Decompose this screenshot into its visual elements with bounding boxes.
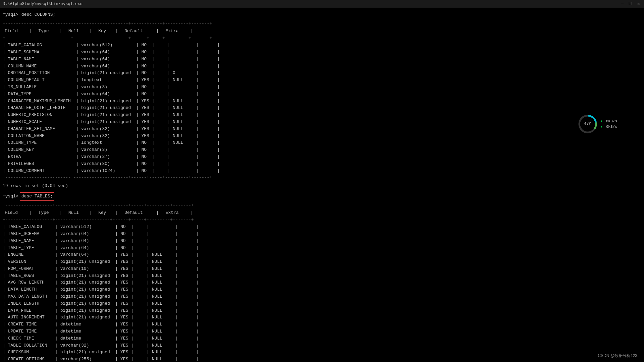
network-widget: 47% ▲ 0KB/s ▼ 0KB/s [578,114,617,134]
table-row: | CHECKSUM | bigint(21) unsigned | YES |… [3,349,641,356]
watermark-text: CSDN @数据分析123... [598,353,641,358]
table-header-1: Field | Type | Null | Key | Default | Ex… [3,27,197,35]
table-row: | DATA_TYPE | varchar(64) | NO | | | | [3,91,641,98]
table-row: | TABLE_TYPE | varchar(64) | NO | | | | [3,245,641,252]
header-key-2: Key [96,209,113,217]
table-row: | TABLE_COLLATION | varchar(32) | YES | … [3,342,641,349]
table-row: | TABLE_SCHEMA | varchar(64) | NO | | | … [3,49,641,56]
divider-bot-1: +-------------------------+-------------… [3,174,641,181]
table-row: | CHARACTER_MAXIMUM_LENGTH | bigint(21) … [3,98,641,105]
header-default-2: Default [122,209,154,217]
table-row: | MAX_DATA_LENGTH | bigint(21) unsigned … [3,293,641,300]
divider-top-1: +-------------------------+-------------… [3,20,641,27]
divider-mid-2: +------------------+--------------------… [3,217,641,224]
prompt-line-1: mysql> desc COLUMNS; [3,11,641,19]
table-row: | COLUMN_COMMENT | varchar(1024) | NO | … [3,168,641,175]
title-bar: D:\AlphoStudy\mysql\bin\mysql.exe — □ ✕ [0,0,644,8]
header-type-2: Type [36,209,57,217]
table-row: | IS_NULLABLE | varchar(3) | NO | | | | [3,84,641,91]
download-stat: ▼ 0KB/s [600,125,617,129]
network-gauge: 47% [578,114,598,134]
table1-body: | TABLE_CATALOG | varchar(512) | NO | | … [3,42,641,174]
header-null-2: Null [66,209,87,217]
table-header-2: Field | Type | Null | Key | Default | Ex… [3,209,197,217]
window-title: D:\AlphoStudy\mysql\bin\mysql.exe [3,2,83,6]
table-row: | DATA_LENGTH | bigint(21) unsigned | YE… [3,286,641,293]
upload-speed: 0KB/s [606,119,617,123]
table-row: | TABLE_CATALOG | varchar(512) | NO | | … [3,42,641,49]
header-key-1: Key [96,27,113,35]
table-row: | COLLATION_NAME | varchar(32) | YES | |… [3,133,641,140]
table-row: | CHARACTER_OCTET_LENGTH | bigint(21) un… [3,105,641,112]
table-row: | NUMERIC_SCALE | bigint(21) unsigned | … [3,119,641,126]
table-row: | CHARACTER_SET_NAME | varchar(32) | YES… [3,126,641,133]
table-row: | TABLE_SCHEMA | varchar(64) | NO | | | … [3,231,641,238]
table-row: | TABLE_CATALOG | varchar(512) | NO | | … [3,224,641,231]
table-row: | COLUMN_TYPE | longtext | NO | | NULL |… [3,139,641,146]
table-row: | ORDINAL_POSITION | bigint(21) unsigned… [3,70,641,77]
upload-icon: ▲ [600,119,603,123]
table-row: | CREATE_TIME | datetime | YES | | NULL … [3,321,641,328]
command-2: desc TABLES; [20,192,55,201]
header-field-2: Field [3,209,27,217]
download-icon: ▼ [600,125,603,129]
header-field-1: Field [3,27,27,35]
table-row: | COLUMN_NAME | varchar(64) | NO | | | | [3,63,641,70]
terminal: mysql> desc COLUMNS; +------------------… [0,8,644,362]
table-row: | DATA_FREE | bigint(21) unsigned | YES … [3,307,641,314]
command-1: desc COLUMNS; [20,11,57,19]
table-row: | NUMERIC_PRECISION | bigint(21) unsigne… [3,112,641,119]
download-speed: 0KB/s [606,125,617,129]
header-extra-2: Extra [164,209,188,217]
prompt-line-2: mysql> desc TABLES; [3,192,641,201]
network-stats: ▲ 0KB/s ▼ 0KB/s [600,119,617,129]
header-extra-1: Extra [164,27,188,35]
close-button[interactable]: ✕ [636,1,641,7]
table-row: | EXTRA | varchar(27) | NO | | | | [3,154,641,161]
table-row: | UPDATE_TIME | datetime | YES | | NULL … [3,328,641,335]
table2-body: | TABLE_CATALOG | varchar(512) | NO | | … [3,224,641,362]
table-row: | TABLE_NAME | varchar(64) | NO | | | | [3,238,641,245]
minimize-button[interactable]: — [620,1,625,7]
gauge-percent: 47% [584,122,591,126]
header-default-1: Default [122,27,154,35]
table-row: | AUTO_INCREMENT | bigint(21) unsigned |… [3,314,641,321]
prompt-label-2: mysql> [3,193,18,200]
upload-stat: ▲ 0KB/s [600,119,617,123]
header-type-1: Type [36,27,57,35]
table-row: | COLUMN_KEY | varchar(3) | NO | | | | [3,146,641,154]
table-row: | CHECK_TIME | datetime | YES | | NULL |… [3,335,641,342]
result-table-1: Field | Type | Null | Key | Default | Ex… [3,27,197,35]
table-row: | CREATE_OPTIONS | varchar(255) | YES | … [3,356,641,362]
table-row: | ENGINE | varchar(64) | YES | | NULL | … [3,251,641,258]
prompt-label-1: mysql> [3,11,18,18]
table-row: | TABLE_ROWS | bigint(21) unsigned | YES… [3,273,641,280]
title-bar-path: D:\AlphoStudy\mysql\bin\mysql.exe [3,2,83,6]
table-row: | PRIVILEGES | varchar(80) | NO | | | | [3,161,641,168]
table-row: | AVG_ROW_LENGTH | bigint(21) unsigned |… [3,279,641,286]
table-row: | COLUMN_DEFAULT | longtext | YES | | NU… [3,77,641,84]
table-row: | ROW_FORMAT | varchar(10) | YES | | NUL… [3,265,641,273]
table-row: | TABLE_NAME | varchar(64) | NO | | | | [3,56,641,63]
table-row: | VERSION | bigint(21) unsigned | YES | … [3,258,641,265]
table-wrapper-2: +------------------+--------------------… [3,202,641,362]
divider-mid-1: +-------------------------+-------------… [3,35,641,42]
divider-top-2: +------------------+--------------------… [3,202,641,209]
window-controls[interactable]: — □ ✕ [620,1,641,7]
header-null-1: Null [66,27,87,35]
watermark: CSDN @数据分析123... [598,353,641,359]
maximize-button[interactable]: □ [628,1,633,7]
table-wrapper-1: +-------------------------+-------------… [3,20,641,181]
table-row: | INDEX_LENGTH | bigint(21) unsigned | Y… [3,300,641,307]
result-table-2: Field | Type | Null | Key | Default | Ex… [3,209,197,217]
status-line-1: 19 rows in set (0.04 sec) [3,183,641,190]
